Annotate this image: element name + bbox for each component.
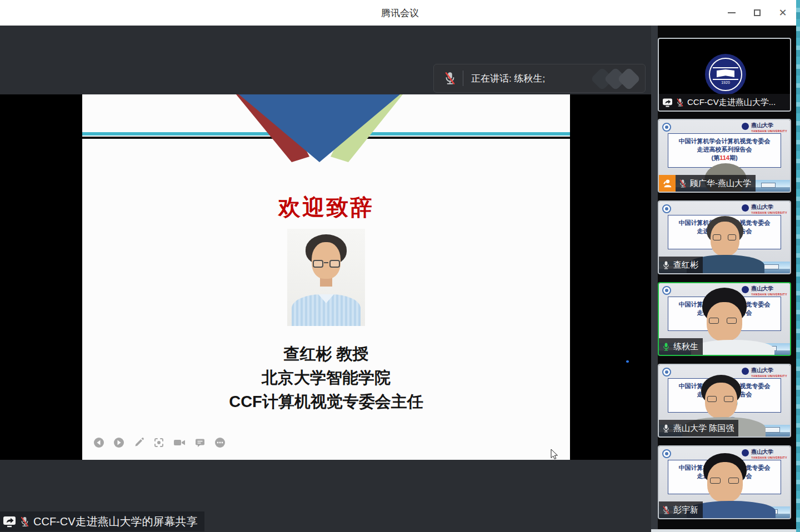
video-tile-zhahongbin[interactable]: 燕山大学YANSHAN UNIVERSITY 中国计算机学会计算机视觉专委会 走… bbox=[658, 200, 791, 274]
slide-speaker-info: 查红彬 教授 北京大学智能学院 CCF计算机视觉专委会主任 bbox=[82, 342, 570, 414]
speaker-affiliation-line: 北京大学智能学院 bbox=[82, 366, 570, 390]
ccf-logo bbox=[662, 449, 671, 458]
tile-label: 顾广华-燕山大学 bbox=[676, 175, 756, 192]
main-stage: 欢迎致辞 查红彬 教授 北京大学智能学院 CCF计算机视觉专委会主任 bbox=[0, 26, 651, 532]
screen-share-banner: CCF-CV走进燕山大学的屏幕共享 bbox=[0, 511, 204, 531]
yanshan-logo-icon bbox=[741, 122, 749, 131]
video-tile-chenguoqiang[interactable]: 燕山大学YANSHAN UNIVERSITY 中国计算机学会计算机视觉专委会 走… bbox=[658, 364, 791, 438]
window-title: 腾讯会议 bbox=[0, 7, 800, 19]
yanshan-logo-lockup: 燕山大学YANSHAN UNIVERSITY bbox=[741, 204, 787, 216]
title-bar: 腾讯会议 ✕ bbox=[0, 0, 800, 26]
hand-raised-icon bbox=[659, 175, 676, 192]
minimize-button[interactable] bbox=[719, 0, 744, 26]
annotation-dot bbox=[626, 360, 629, 363]
tile-label: 练秋生 bbox=[659, 338, 703, 355]
close-button[interactable]: ✕ bbox=[770, 0, 796, 26]
slideshow-toolbar bbox=[93, 437, 226, 448]
ccf-logo bbox=[662, 123, 671, 132]
pen-icon[interactable] bbox=[133, 437, 144, 448]
yanshan-logo-icon bbox=[741, 367, 749, 375]
mic-speaking-icon bbox=[662, 342, 670, 352]
tile-label: CCF-CV走进燕山大学... bbox=[659, 94, 790, 111]
video-tile-ccf-cv[interactable]: 1920 CCF-CV走进燕山大学... bbox=[658, 38, 791, 112]
presentation-slide: 欢迎致辞 查红彬 教授 北京大学智能学院 CCF计算机视觉专委会主任 bbox=[82, 94, 570, 460]
close-icon: ✕ bbox=[778, 8, 787, 18]
tile-label: 查红彬 bbox=[659, 257, 703, 273]
maximize-button[interactable] bbox=[744, 0, 770, 26]
speaking-now-text: 正在讲话: 练秋生; bbox=[471, 72, 545, 85]
window-bottom-edge bbox=[651, 529, 796, 532]
participant-name: 顾广华-燕山大学 bbox=[690, 178, 751, 189]
shared-screen: 欢迎致辞 查红彬 教授 北京大学智能学院 CCF计算机视觉专委会主任 bbox=[0, 94, 651, 460]
more-icon[interactable] bbox=[214, 437, 226, 448]
participant-name: 燕山大学 陈国强 bbox=[673, 423, 734, 434]
mouse-cursor bbox=[550, 449, 559, 461]
yanshan-university-emblem: 1920 bbox=[705, 54, 746, 95]
desktop-wallpaper-sliver bbox=[796, 0, 800, 532]
mic-muted-icon bbox=[444, 71, 456, 86]
ccf-logo bbox=[662, 286, 671, 295]
slide-title: 欢迎致辞 bbox=[82, 192, 570, 223]
photo-glasses-left bbox=[313, 260, 323, 268]
mic-muted-icon bbox=[662, 505, 670, 515]
yanshan-logo-lockup: 燕山大学YANSHAN UNIVERSITY bbox=[741, 122, 787, 134]
mic-on-icon bbox=[662, 260, 670, 270]
tencent-meeting-window: 腾讯会议 ✕ 欢迎致辞 bbox=[0, 0, 800, 532]
ccf-logo bbox=[662, 368, 671, 377]
mic-muted-icon bbox=[676, 98, 684, 107]
speaking-banner: 正在讲话: 练秋生; bbox=[433, 64, 646, 93]
speaker-name-line: 查红彬 教授 bbox=[82, 342, 570, 366]
participant-name: CCF-CV走进燕山大学... bbox=[687, 97, 776, 108]
video-tile-guguanghua[interactable]: 燕山大学YANSHAN UNIVERSITY 中国计算机学会计算机视觉专委会 走… bbox=[658, 119, 791, 193]
mic-muted-icon bbox=[20, 516, 29, 528]
banner-divider bbox=[463, 71, 463, 86]
mic-on-icon bbox=[662, 424, 670, 433]
photo-glasses-right bbox=[329, 260, 340, 268]
comment-icon[interactable] bbox=[194, 437, 206, 448]
emblem-year: 1920 bbox=[705, 81, 746, 84]
speaker-photo bbox=[287, 229, 365, 326]
participant-name: 查红彬 bbox=[673, 260, 698, 270]
meeting-logo-watermark bbox=[617, 67, 641, 91]
pane-divider[interactable] bbox=[651, 26, 658, 532]
next-slide-icon[interactable] bbox=[113, 437, 124, 448]
window-controls: ✕ bbox=[719, 0, 796, 26]
minimize-icon bbox=[728, 12, 736, 13]
camera-icon[interactable] bbox=[173, 437, 186, 448]
maximize-icon bbox=[754, 9, 761, 16]
participant-name: 彭宇新 bbox=[673, 505, 698, 515]
mic-muted-icon bbox=[679, 179, 687, 188]
tile-label: 燕山大学 陈国强 bbox=[659, 420, 738, 436]
video-tile-lianqiusheng[interactable]: 燕山大学YANSHAN UNIVERSITY 中国计算机学会计算机视觉专委会 走… bbox=[658, 282, 791, 356]
yanshan-logo-icon bbox=[741, 204, 749, 212]
screen-share-icon bbox=[662, 98, 673, 107]
speaker-role-line: CCF计算机视觉专委会主任 bbox=[82, 390, 570, 414]
participant-name: 练秋生 bbox=[673, 342, 698, 352]
screen-share-icon bbox=[3, 515, 16, 528]
participants-sidebar: 1920 CCF-CV走进燕山大学... bbox=[658, 26, 796, 532]
previous-slide-icon[interactable] bbox=[93, 437, 104, 448]
photo-glasses-bridge bbox=[324, 262, 328, 263]
screen-share-text: CCF-CV走进燕山大学的屏幕共享 bbox=[33, 514, 198, 529]
tile-label: 彭宇新 bbox=[659, 501, 703, 518]
spotlight-icon[interactable] bbox=[153, 437, 164, 448]
ccf-logo bbox=[662, 204, 671, 213]
video-tile-pengyuxin[interactable]: 燕山大学YANSHAN UNIVERSITY 中国计算机学会计算机视觉专委会 走… bbox=[658, 445, 791, 519]
